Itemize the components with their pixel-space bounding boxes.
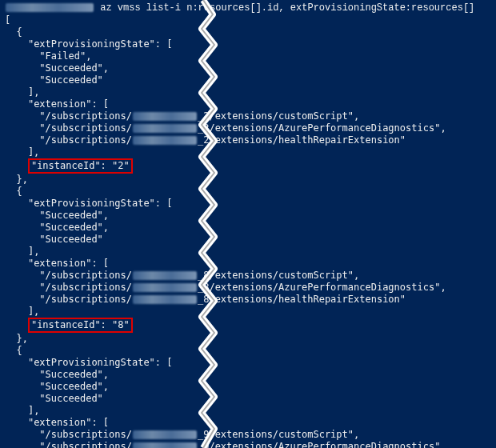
highlight-instance-id: "instanceId": "2" (28, 158, 133, 174)
redacted-id (133, 283, 197, 292)
prov-state: Succeeded (46, 381, 98, 392)
prov-state: Succeeded (46, 393, 98, 404)
key-extprov: "extProvisioningState": [ (28, 357, 173, 368)
prov-state: Succeeded (46, 62, 98, 74)
ext-prefix: /subscriptions/ (46, 429, 132, 440)
open-bracket: [ (5, 14, 10, 26)
close-arr: ], (28, 405, 39, 416)
ext-prefix: /subscriptions/ (46, 134, 132, 146)
redacted-id (133, 124, 197, 133)
close-arr: ], (28, 246, 39, 257)
key-extension: "extension": [ (28, 258, 109, 269)
ext-suffix: _2/extensions/customScript (198, 110, 348, 122)
ext-prefix: /subscriptions/ (46, 282, 132, 293)
instance-id: "instanceId": "2" (31, 160, 130, 171)
ext-suffix: _9/extensions/AzurePerformanceDiagnostic… (198, 441, 434, 448)
redacted-id (133, 271, 197, 280)
redacted-prompt (6, 3, 94, 12)
ext-prefix: /subscriptions/ (46, 294, 132, 305)
terminal-window[interactable]: az vmss list-i n:resources[].id, extProv… (0, 0, 496, 448)
command-line: az vmss list-i n:resources[].id, extProv… (0, 0, 496, 14)
prov-state: Succeeded (46, 234, 98, 245)
ext-prefix: /subscriptions/ (46, 122, 132, 134)
prov-state: Succeeded (46, 369, 98, 380)
prov-state: Failed (46, 50, 80, 62)
redacted-id (133, 442, 197, 448)
close-arr: ], (28, 86, 39, 98)
ext-suffix: _2/extensions/healthRepairExtension (198, 134, 400, 146)
prov-state: Succeeded (46, 210, 98, 221)
instance-id: "instanceId": "8" (31, 319, 130, 330)
highlight-instance-id: "instanceId": "8" (28, 318, 133, 333)
ext-prefix: /subscriptions/ (46, 270, 132, 281)
ext-suffix: _8/extensions/AzurePerformanceDiagnostic… (198, 282, 434, 293)
key-extprov: "extProvisioningState": [ (28, 198, 173, 209)
ext-suffix: _9/extensions/customScript (198, 429, 348, 440)
redacted-id (133, 295, 197, 304)
ext-suffix: _2/extensions/AzurePerformanceDiagnostic… (198, 122, 434, 134)
json-output: [ { "extProvisioningState": [ "Failed", … (0, 14, 496, 448)
prov-state: Succeeded (46, 74, 98, 86)
key-extprov: "extProvisioningState": [ (28, 38, 173, 50)
prompt (5, 2, 100, 14)
key-extension: "extension": [ (28, 98, 109, 110)
redacted-id (133, 112, 197, 121)
key-extension: "extension": [ (28, 417, 109, 428)
redacted-id (133, 136, 197, 145)
ext-suffix: _8/extensions/customScript (198, 270, 348, 281)
redacted-id (133, 430, 197, 439)
ext-prefix: /subscriptions/ (46, 441, 132, 448)
command-text: az vmss list-i n:resources[].id, extProv… (100, 2, 474, 14)
prov-state: Succeeded (46, 222, 98, 233)
ext-suffix: _8/extensions/healthRepairExtension (198, 294, 400, 305)
ext-prefix: /subscriptions/ (46, 110, 132, 122)
